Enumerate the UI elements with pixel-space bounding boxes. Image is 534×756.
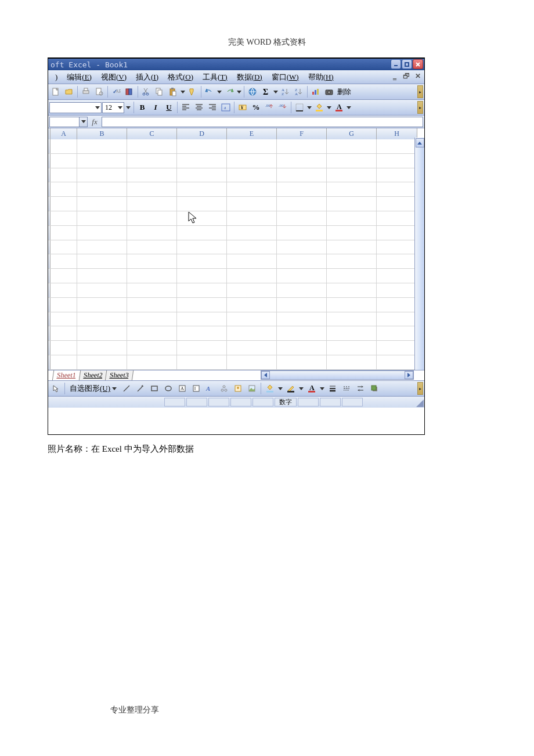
clipart-icon[interactable] [232, 382, 244, 395]
cell[interactable] [377, 254, 417, 268]
spellcheck-icon[interactable]: ✓ABC [110, 85, 122, 98]
column-header-A[interactable]: A [50, 128, 77, 139]
diagram-icon[interactable] [218, 382, 230, 395]
font-color-icon[interactable]: A [333, 101, 345, 114]
autosum-icon[interactable]: Σ [259, 85, 272, 98]
draw-fill-dropdown[interactable] [277, 382, 283, 395]
cell[interactable] [327, 168, 377, 182]
paste-dropdown[interactable] [180, 85, 186, 98]
vertical-textbox-icon[interactable] [190, 382, 203, 395]
cell[interactable] [327, 240, 377, 254]
cell[interactable] [127, 355, 177, 369]
cell[interactable] [327, 269, 377, 283]
cell[interactable] [277, 355, 327, 369]
cell[interactable] [127, 226, 177, 240]
font-size-dd-btn[interactable] [125, 101, 132, 114]
fill-dropdown[interactable] [326, 101, 332, 114]
cell[interactable] [77, 254, 127, 268]
undo-dropdown[interactable] [217, 85, 222, 98]
cell[interactable] [277, 341, 327, 355]
cell[interactable] [127, 326, 177, 340]
redo-dropdown[interactable] [236, 85, 242, 98]
merge-center-icon[interactable]: a [219, 101, 232, 114]
cell[interactable] [227, 355, 277, 369]
cell[interactable] [127, 283, 177, 297]
textbox-icon[interactable]: A [176, 382, 189, 395]
cell[interactable] [327, 154, 377, 168]
cell[interactable] [127, 254, 177, 268]
autoshapes-button[interactable]: 自选图形(U) [67, 383, 119, 394]
cell[interactable] [177, 341, 227, 355]
italic-icon[interactable]: I [149, 101, 162, 114]
cell[interactable] [50, 355, 77, 369]
maximize-button[interactable] [402, 59, 412, 69]
menu-help[interactable]: 帮助(H) [304, 71, 338, 84]
chart-icon[interactable] [309, 85, 322, 98]
arrow-style-icon[interactable] [354, 382, 367, 395]
align-right-icon[interactable] [206, 101, 219, 114]
cell[interactable] [177, 226, 227, 240]
cell[interactable] [377, 168, 417, 182]
dash-style-icon[interactable] [340, 382, 353, 395]
cell[interactable] [50, 298, 77, 312]
minimize-button[interactable] [391, 59, 401, 69]
cell[interactable] [377, 197, 417, 211]
cell[interactable] [177, 211, 227, 225]
draw-fontcolor-dropdown[interactable] [319, 382, 325, 395]
cell[interactable] [50, 254, 77, 268]
cell[interactable] [227, 326, 277, 340]
cell[interactable] [277, 168, 327, 182]
cell[interactable] [227, 269, 277, 283]
cell[interactable] [127, 240, 177, 254]
cell[interactable] [177, 298, 227, 312]
cell[interactable] [327, 341, 377, 355]
cell[interactable] [277, 254, 327, 268]
arrow-icon[interactable] [134, 382, 147, 395]
resize-grip-icon[interactable] [416, 399, 424, 407]
cell[interactable] [177, 254, 227, 268]
draw-line-color-icon[interactable] [284, 382, 297, 395]
cell[interactable] [50, 154, 77, 168]
underline-icon[interactable]: U [163, 101, 175, 114]
grid-body[interactable] [48, 139, 424, 370]
cell[interactable] [377, 326, 417, 340]
cell[interactable] [227, 254, 277, 268]
cell[interactable] [377, 240, 417, 254]
cell[interactable] [127, 269, 177, 283]
cell[interactable] [377, 211, 417, 225]
print-icon[interactable] [80, 85, 92, 98]
cell[interactable] [277, 283, 327, 297]
draw-font-color-icon[interactable]: A [305, 382, 318, 395]
format-painter-icon[interactable] [186, 85, 199, 98]
cell[interactable] [227, 211, 277, 225]
doc-close-button[interactable]: ✕ [414, 72, 422, 80]
decrease-decimal-icon[interactable]: .00 [276, 101, 289, 114]
cell[interactable] [327, 355, 377, 369]
cell[interactable] [77, 298, 127, 312]
column-header-F[interactable]: F [277, 128, 327, 139]
cell[interactable] [77, 341, 127, 355]
currency-icon[interactable]: ¥ [236, 101, 249, 114]
menu-data[interactable]: 数据(D) [232, 71, 267, 84]
cell[interactable] [227, 283, 277, 297]
cell[interactable] [50, 182, 77, 196]
sheet-tab-sheet2[interactable]: Sheet2 [78, 370, 107, 381]
cell[interactable] [227, 168, 277, 182]
research-icon[interactable] [123, 85, 136, 98]
cell[interactable] [50, 211, 77, 225]
cell[interactable] [327, 211, 377, 225]
cell[interactable] [77, 326, 127, 340]
cell[interactable] [77, 168, 127, 182]
cell[interactable] [377, 154, 417, 168]
cell[interactable] [227, 182, 277, 196]
cell[interactable] [77, 240, 127, 254]
cell[interactable] [127, 154, 177, 168]
cell[interactable] [177, 312, 227, 326]
delete-button[interactable]: 删除 [336, 87, 352, 97]
doc-minimize-button[interactable]: ‗ [391, 72, 399, 80]
picture-icon[interactable] [246, 382, 258, 395]
cell[interactable] [377, 355, 417, 369]
cell[interactable] [77, 211, 127, 225]
rectangle-icon[interactable] [148, 382, 161, 395]
percent-icon[interactable]: % [250, 101, 262, 114]
